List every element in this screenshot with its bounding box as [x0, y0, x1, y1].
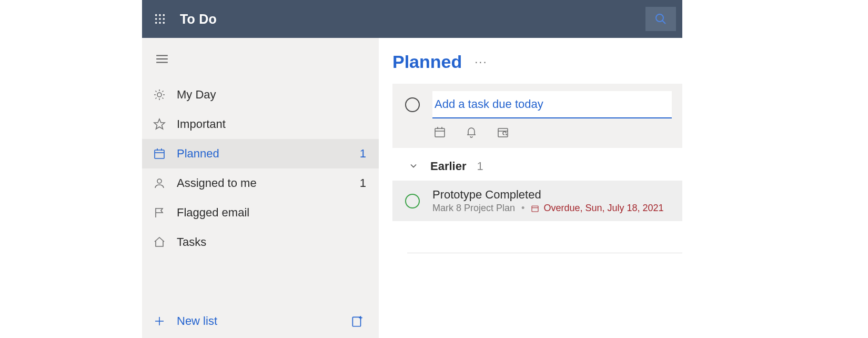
repeat-icon[interactable]: [497, 126, 509, 138]
svg-point-7: [159, 22, 161, 24]
app-title: To Do: [180, 12, 217, 27]
sun-icon: [153, 88, 166, 102]
top-bar: To Do: [142, 0, 682, 38]
home-icon: [153, 235, 166, 249]
calendar-small-icon: [531, 204, 539, 213]
sidebar-item-label: Flagged email: [177, 206, 366, 220]
svg-line-22: [163, 91, 164, 92]
list-options-button[interactable]: ···: [475, 55, 487, 69]
sidebar-item-my-day[interactable]: My Day: [142, 80, 379, 110]
person-icon: [153, 176, 166, 190]
task-title: Prototype Completed: [432, 188, 664, 202]
new-list-label: New list: [177, 314, 217, 328]
sidebar-item-important[interactable]: Important: [142, 110, 379, 139]
svg-line-10: [662, 21, 665, 24]
due-date-icon[interactable]: [433, 126, 446, 138]
svg-point-6: [155, 22, 157, 24]
svg-point-28: [157, 179, 162, 183]
sidebar-item-label: Tasks: [177, 235, 366, 249]
sidebar-item-assigned[interactable]: Assigned to me 1: [142, 168, 379, 198]
svg-rect-35: [435, 128, 445, 137]
sidebar-item-label: Important: [177, 117, 366, 131]
star-icon: [153, 117, 166, 131]
task-due-text: Overdue, Sun, July 18, 2021: [543, 203, 663, 214]
menu-toggle-icon[interactable]: [150, 47, 174, 71]
new-list-button[interactable]: New list: [153, 314, 217, 328]
section-divider: [407, 253, 682, 253]
main-pane: Planned ···: [379, 38, 682, 338]
sidebar-item-label: Planned: [177, 147, 360, 161]
section-count: 1: [477, 160, 483, 173]
sidebar-item-label: Assigned to me: [177, 176, 360, 190]
chevron-down-icon[interactable]: [408, 161, 420, 172]
new-group-button[interactable]: [348, 312, 366, 330]
meta-separator: •: [521, 203, 524, 214]
svg-rect-24: [155, 150, 164, 158]
svg-rect-44: [532, 206, 538, 212]
task-item[interactable]: Prototype Completed Mark 8 Project Plan …: [392, 181, 682, 221]
svg-point-8: [163, 22, 165, 24]
app-launcher-icon[interactable]: [148, 7, 171, 31]
add-task-input[interactable]: [432, 91, 672, 118]
svg-point-14: [157, 93, 162, 97]
reminder-icon[interactable]: [465, 126, 478, 138]
calendar-icon: [153, 147, 166, 161]
search-button[interactable]: [645, 7, 676, 31]
sidebar-item-flagged[interactable]: Flagged email: [142, 198, 379, 227]
sidebar-item-count: 1: [360, 147, 366, 161]
svg-point-3: [155, 18, 157, 20]
sidebar: My Day Important Planned 1: [142, 38, 379, 338]
task-due-badge: Overdue, Sun, July 18, 2021: [531, 203, 663, 214]
add-task-panel: [392, 84, 682, 148]
section-header-earlier[interactable]: Earlier 1: [392, 148, 682, 181]
plus-icon: [153, 314, 166, 328]
list-title: Planned: [392, 52, 462, 72]
sidebar-item-count: 1: [360, 176, 366, 190]
sidebar-item-label: My Day: [177, 88, 366, 102]
sidebar-item-planned[interactable]: Planned 1: [142, 139, 379, 168]
flag-icon: [153, 206, 166, 220]
task-list-name: Mark 8 Project Plan: [432, 203, 515, 214]
svg-point-4: [159, 18, 161, 20]
add-task-radio-icon[interactable]: [405, 97, 420, 112]
svg-line-21: [156, 98, 157, 99]
svg-point-5: [163, 18, 165, 20]
svg-rect-32: [352, 317, 360, 326]
svg-line-20: [163, 98, 164, 99]
svg-point-2: [163, 14, 165, 16]
sidebar-item-tasks[interactable]: Tasks: [142, 227, 379, 257]
svg-marker-23: [154, 119, 165, 129]
svg-point-9: [656, 14, 663, 22]
task-complete-radio[interactable]: [405, 194, 420, 208]
section-title: Earlier: [430, 160, 467, 173]
svg-line-19: [156, 91, 157, 92]
svg-point-0: [155, 14, 157, 16]
svg-point-1: [159, 14, 161, 16]
